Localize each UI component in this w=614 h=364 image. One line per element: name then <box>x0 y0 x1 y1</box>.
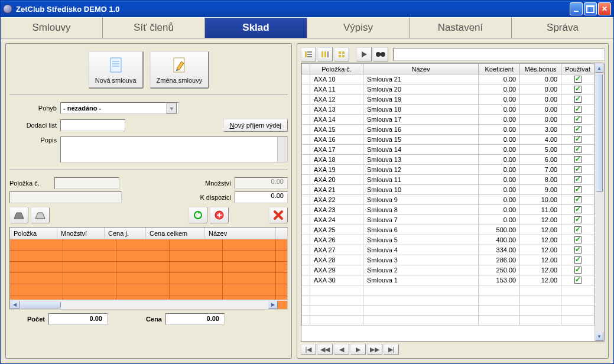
nav-last-button[interactable]: ▶| <box>384 344 399 355</box>
polozka-input[interactable] <box>54 177 119 189</box>
nav-first-button[interactable]: |◀ <box>301 344 316 355</box>
checkbox-icon[interactable] <box>574 196 581 203</box>
catalog-grid[interactable]: Položka č.NázevKoeficientMěs.bonusPoužív… <box>301 63 605 342</box>
cell-use[interactable] <box>561 125 594 135</box>
mini-col-header[interactable]: Cena j. <box>105 228 146 239</box>
tab-spr-va[interactable]: Správa <box>512 17 613 38</box>
checkbox-icon[interactable] <box>574 266 581 274</box>
nav-nextpage-button[interactable]: ▶▶ <box>367 344 382 355</box>
dodaci-input[interactable] <box>60 119 125 131</box>
checkbox-icon[interactable] <box>574 236 581 243</box>
cell-use[interactable] <box>561 255 594 265</box>
popis-textarea[interactable]: ▲▼ <box>60 136 288 162</box>
scroll-left-icon[interactable]: ◀ <box>10 301 20 309</box>
table-row[interactable]: AXA 17Smlouva 140.005.00 <box>302 145 594 155</box>
scanner-in-button[interactable] <box>9 207 28 223</box>
cell-use[interactable] <box>561 95 594 105</box>
table-row[interactable]: AXA 20Smlouva 110.008.00 <box>302 175 594 185</box>
delete-button[interactable] <box>269 207 288 223</box>
checkbox-icon[interactable] <box>574 256 581 264</box>
cell-use[interactable] <box>561 135 594 145</box>
items-grid[interactable]: PoložkaMnožstvíCena j.Cena celkemNázev ◀… <box>9 227 288 310</box>
checkbox-icon[interactable] <box>574 96 581 103</box>
table-row[interactable]: AXA 28Smlouva 3286.0012.00 <box>302 255 594 265</box>
grid-col-header[interactable]: Používat <box>561 64 594 74</box>
mini-col-header[interactable]: Název <box>205 228 276 239</box>
scroll-right-icon[interactable]: ▶ <box>268 301 278 309</box>
scroll-up-icon[interactable]: ▲ <box>595 63 603 73</box>
table-row[interactable]: AXA 15Smlouva 160.003.00 <box>302 125 594 135</box>
add-red-button[interactable] <box>210 207 229 223</box>
checkbox-icon[interactable] <box>574 246 581 254</box>
scanner-out-button[interactable] <box>31 207 50 223</box>
grid-col-header[interactable]: Položka č. <box>310 64 363 74</box>
mini-col-header[interactable]: Cena celkem <box>146 228 205 239</box>
minimize-button[interactable] <box>570 2 583 15</box>
cell-use[interactable] <box>561 195 594 205</box>
view-list1-button[interactable] <box>301 47 316 61</box>
cell-use[interactable] <box>561 145 594 155</box>
checkbox-icon[interactable] <box>574 277 581 284</box>
cell-use[interactable] <box>561 235 594 245</box>
table-row[interactable]: AXA 26Smlouva 5400.0012.00 <box>302 235 594 245</box>
items-grid-body[interactable] <box>10 239 287 300</box>
view-grid-button[interactable] <box>334 47 349 61</box>
checkbox-icon[interactable] <box>574 176 581 183</box>
binoculars-button[interactable] <box>373 47 388 61</box>
search-input[interactable] <box>393 48 605 61</box>
checkbox-icon[interactable] <box>574 126 581 133</box>
novy-prijem-button[interactable]: Nový příjem výdej <box>223 119 288 132</box>
table-row[interactable]: AXA 14Smlouva 170.000.00 <box>302 115 594 125</box>
play-button[interactable] <box>356 47 372 61</box>
close-button[interactable] <box>598 2 611 15</box>
checkbox-icon[interactable] <box>574 86 581 93</box>
table-row[interactable]: AXA 19Smlouva 120.007.00 <box>302 165 594 175</box>
edit-contract-button[interactable]: Změna smlouvy <box>150 51 210 89</box>
recycle-button[interactable] <box>189 207 207 223</box>
cell-use[interactable] <box>561 205 594 215</box>
checkbox-icon[interactable] <box>574 226 581 233</box>
grid-col-header[interactable]: Měs.bonus <box>520 64 561 74</box>
grid-vscroll[interactable]: ▲ ▼ <box>594 63 604 341</box>
nav-prev-button[interactable]: ◀ <box>334 344 349 355</box>
tab-sklad[interactable]: Sklad <box>205 17 307 38</box>
table-row[interactable]: AXA 18Smlouva 130.006.00 <box>302 155 594 165</box>
scroll-down-icon[interactable]: ▼ <box>595 332 603 341</box>
cell-use[interactable] <box>561 84 594 95</box>
cell-use[interactable] <box>561 215 594 225</box>
new-contract-button[interactable]: Nová smlouva <box>88 51 144 89</box>
nav-prevpage-button[interactable]: ◀◀ <box>317 344 333 355</box>
table-row[interactable]: AXA 29Smlouva 2250.0012.00 <box>302 265 594 275</box>
checkbox-icon[interactable] <box>574 106 581 113</box>
checkbox-icon[interactable] <box>574 216 581 223</box>
hscroll-thumb[interactable] <box>20 301 61 308</box>
table-row[interactable]: AXA 11Smlouva 200.000.00 <box>302 84 594 95</box>
tab-v-pisy[interactable]: Výpisy <box>307 17 410 38</box>
cell-use[interactable] <box>561 155 594 165</box>
table-row[interactable]: AXA 12Smlouva 190.000.00 <box>302 95 594 105</box>
vscroll-thumb[interactable] <box>596 74 603 192</box>
tab-smlouvy[interactable]: Smlouvy <box>1 17 103 38</box>
checkbox-icon[interactable] <box>574 136 581 143</box>
nav-next-button[interactable]: ▶ <box>350 344 366 355</box>
table-row[interactable]: AXA 25Smlouva 6500.0012.00 <box>302 225 594 235</box>
checkbox-icon[interactable] <box>574 76 581 83</box>
tab-nastaven-[interactable]: Nastavení <box>410 17 512 38</box>
table-row[interactable]: AXA 24Smlouva 70.0012.00 <box>302 215 594 225</box>
cell-use[interactable] <box>561 245 594 255</box>
table-row[interactable]: AXA 22Smlouva 90.0010.00 <box>302 195 594 205</box>
checkbox-icon[interactable] <box>574 206 581 213</box>
cell-use[interactable] <box>561 165 594 175</box>
table-row[interactable]: AXA 13Smlouva 180.000.00 <box>302 105 594 115</box>
items-hscroll[interactable]: ◀ ▶ <box>10 300 287 309</box>
grid-col-header[interactable]: Název <box>363 64 479 74</box>
checkbox-icon[interactable] <box>574 116 581 123</box>
mini-col-header[interactable]: Položka <box>10 228 57 239</box>
grid-col-header[interactable]: Koeficient <box>479 64 520 74</box>
table-row[interactable]: AXA 27Smlouva 4334.0012.00 <box>302 245 594 255</box>
item-name-input[interactable] <box>9 191 122 203</box>
cell-use[interactable] <box>561 105 594 115</box>
maximize-button[interactable] <box>584 2 597 15</box>
checkbox-icon[interactable] <box>574 156 581 163</box>
pohyb-combo[interactable]: - nezadáno - <box>60 102 178 114</box>
